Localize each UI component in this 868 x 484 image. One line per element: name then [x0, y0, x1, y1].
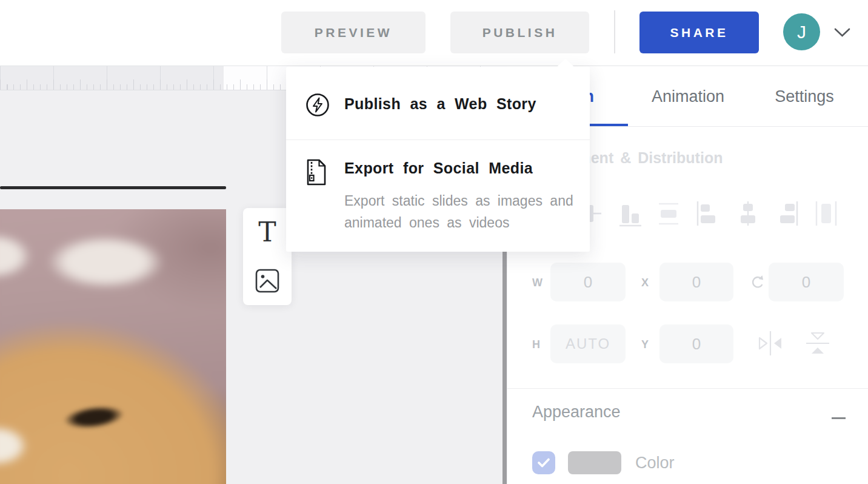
- x-input[interactable]: [659, 263, 733, 301]
- text-tool-icon: T: [258, 219, 276, 246]
- align-bottom-icon[interactable]: [617, 199, 644, 228]
- align-left-icon[interactable]: [695, 199, 722, 228]
- share-button[interactable]: SHARE: [639, 12, 759, 53]
- distribute-horizontal-icon[interactable]: [813, 199, 840, 228]
- publish-button[interactable]: PUBLISH: [450, 12, 589, 53]
- app-window: T Design Animation Settings Alignment & …: [0, 0, 868, 484]
- top-bar: PREVIEW PUBLISH SHARE J: [0, 0, 868, 66]
- image-tool-icon: [255, 269, 280, 293]
- avatar-initial: J: [797, 22, 806, 42]
- menu-item-publish-web-story[interactable]: Publish as a Web Story: [286, 67, 590, 139]
- y-input[interactable]: [659, 324, 733, 363]
- canvas-dog-image[interactable]: [0, 209, 226, 484]
- preview-button[interactable]: PREVIEW: [281, 12, 426, 53]
- header-divider: [614, 10, 615, 53]
- flip-horizontal-icon[interactable]: [756, 330, 784, 357]
- lightning-circle-icon: [305, 92, 330, 118]
- check-icon: [537, 457, 550, 468]
- x-label: X: [641, 277, 659, 289]
- align-right-icon[interactable]: [773, 199, 800, 228]
- rotation-input[interactable]: [769, 263, 844, 301]
- insert-toolbar: T: [243, 208, 292, 305]
- chevron-down-icon[interactable]: [834, 28, 850, 38]
- dog-photo-paint: [0, 209, 226, 484]
- height-label: H: [532, 338, 550, 351]
- appearance-section-title: Appearance: [532, 403, 621, 422]
- vertical-scrollbar[interactable]: [502, 252, 507, 484]
- color-checkbox[interactable]: [532, 451, 555, 474]
- text-tool-button[interactable]: T: [243, 208, 292, 257]
- color-swatch[interactable]: [568, 451, 621, 474]
- canvas-divider-element[interactable]: [0, 186, 226, 189]
- flip-vertical-icon[interactable]: [804, 329, 832, 358]
- rotation-icon: [749, 273, 766, 291]
- collapse-section-icon[interactable]: [832, 417, 846, 419]
- image-tool-button[interactable]: [243, 257, 292, 305]
- avatar[interactable]: J: [783, 13, 820, 50]
- color-label: Color: [635, 454, 675, 472]
- tab-settings[interactable]: Settings: [775, 87, 834, 106]
- width-input[interactable]: [550, 263, 626, 301]
- menu-item-description: Export static slides as images and anima…: [344, 190, 575, 234]
- height-input[interactable]: [550, 324, 626, 363]
- tab-animation[interactable]: Animation: [652, 87, 724, 106]
- section-divider: [507, 388, 868, 389]
- menu-item-export-social[interactable]: Export for Social Media Export static sl…: [286, 140, 590, 252]
- y-label: Y: [641, 338, 659, 351]
- menu-item-title: Publish as a Web Story: [344, 95, 536, 113]
- align-center-icon[interactable]: [735, 199, 761, 228]
- dropdown-pointer: [556, 59, 575, 67]
- menu-item-title: Export for Social Media: [344, 160, 533, 177]
- zip-document-icon: [306, 158, 327, 186]
- width-label: W: [532, 277, 550, 289]
- publish-dropdown-menu: Publish as a Web Story Export for Social…: [286, 67, 590, 252]
- distribute-vertical-icon[interactable]: [655, 199, 682, 228]
